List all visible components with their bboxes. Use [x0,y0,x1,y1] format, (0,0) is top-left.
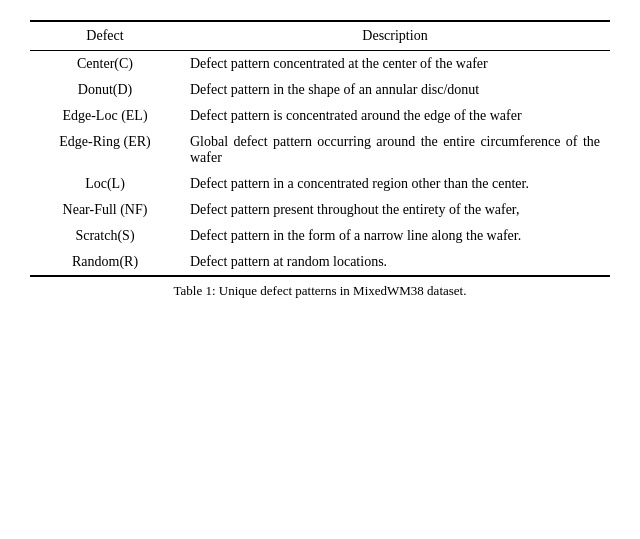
defect-cell: Loc(L) [30,171,180,197]
table-header-row: Defect Description [30,21,610,51]
table-row: Loc(L)Defect pattern in a concentrated r… [30,171,610,197]
table-row: Edge-Loc (EL)Defect pattern is concentra… [30,103,610,129]
description-cell: Defect pattern concentrated at the cente… [180,51,610,78]
col-header-defect: Defect [30,21,180,51]
defect-cell: Edge-Ring (ER) [30,129,180,171]
table-row: Edge-Ring (ER)Global defect pattern occu… [30,129,610,171]
description-cell: Defect pattern in the form of a narrow l… [180,223,610,249]
table-row: Center(C)Defect pattern concentrated at … [30,51,610,78]
table-row: Random(R)Defect pattern at random locati… [30,249,610,276]
table-row: Near-Full (NF)Defect pattern present thr… [30,197,610,223]
description-cell: Defect pattern is concentrated around th… [180,103,610,129]
table-container: Defect Description Center(C)Defect patte… [30,20,610,299]
description-cell: Global defect pattern occurring around t… [180,129,610,171]
col-header-description: Description [180,21,610,51]
defect-cell: Donut(D) [30,77,180,103]
table-row: Donut(D)Defect pattern in the shape of a… [30,77,610,103]
defect-cell: Random(R) [30,249,180,276]
defect-cell: Scratch(S) [30,223,180,249]
description-cell: Defect pattern in the shape of an annula… [180,77,610,103]
defect-cell: Near-Full (NF) [30,197,180,223]
defect-table: Defect Description Center(C)Defect patte… [30,20,610,277]
description-cell: Defect pattern present throughout the en… [180,197,610,223]
table-row: Scratch(S)Defect pattern in the form of … [30,223,610,249]
description-cell: Defect pattern in a concentrated region … [180,171,610,197]
description-cell: Defect pattern at random locations. [180,249,610,276]
table-caption: Table 1: Unique defect patterns in Mixed… [30,283,610,299]
defect-cell: Edge-Loc (EL) [30,103,180,129]
defect-cell: Center(C) [30,51,180,78]
